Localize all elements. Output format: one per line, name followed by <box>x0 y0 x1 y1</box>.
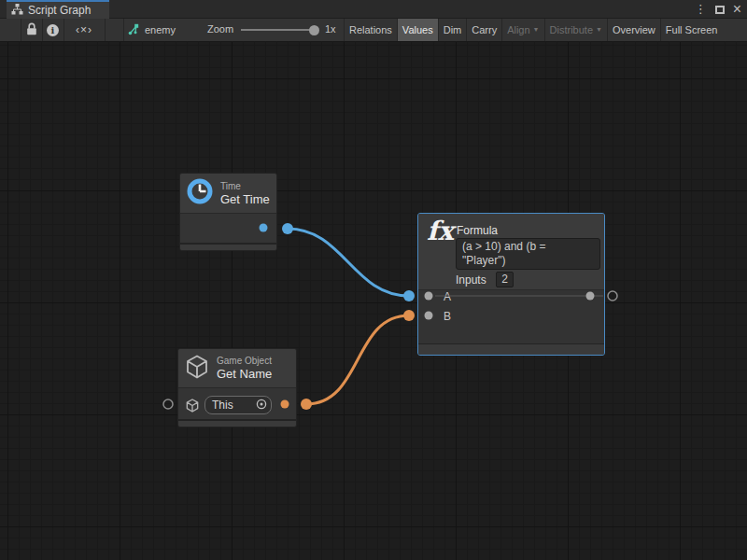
node-get-time-header: Time Get Time <box>180 174 276 214</box>
object-picker-icon[interactable] <box>256 397 267 413</box>
node-title: Get Time <box>220 192 270 207</box>
full-screen-button[interactable]: Full Screen <box>660 19 723 41</box>
node-footer <box>418 343 604 355</box>
node-get-name[interactable]: Game Object Get Name This <box>177 348 297 427</box>
game-object-cube-icon <box>184 353 210 385</box>
wire-name-to-formula-b[interactable] <box>306 315 409 404</box>
inputs-label: Inputs <box>456 273 486 287</box>
wire-endpoint-dot[interactable] <box>403 290 415 301</box>
window-menu-icon[interactable]: ⋮ <box>695 1 707 18</box>
inputs-count-field[interactable]: 2 <box>496 272 514 287</box>
overview-button[interactable]: Overview <box>607 19 660 41</box>
script-graph-icon <box>127 23 140 37</box>
port-b-label: B <box>444 310 451 323</box>
window-controls: ⋮ × <box>695 0 745 19</box>
tab-script-graph[interactable]: Script Graph <box>7 0 109 19</box>
inspect-button[interactable]: i <box>42 19 63 41</box>
node-category: Time <box>220 180 270 192</box>
distribute-dropdown: Distribute▼ <box>544 19 607 41</box>
toolbar-buttons: Relations Values Dim Carry Align▼ Distri… <box>344 19 747 41</box>
node-footer <box>178 419 296 427</box>
connections-overlay <box>0 42 747 560</box>
maximize-icon[interactable] <box>715 1 725 18</box>
formula-expression-input[interactable]: (a > 10) and (b = "Player") <box>456 238 600 270</box>
get-name-output-port[interactable] <box>281 400 289 409</box>
get-time-output-port[interactable] <box>260 224 268 232</box>
node-formula[interactable]: fx Formula (a > 10) and (b = "Player") I… <box>417 213 605 356</box>
code-icon: ‹×› <box>76 23 92 36</box>
close-icon[interactable]: × <box>733 1 741 18</box>
wire-endpoint-dot[interactable] <box>282 223 293 234</box>
wire-endpoint-dot[interactable] <box>301 399 312 410</box>
relations-button[interactable]: Relations <box>344 19 397 41</box>
align-dropdown: Align▼ <box>501 19 543 41</box>
zoom-slider-handle[interactable] <box>309 25 319 35</box>
graph-canvas[interactable]: Time Get Time Game Object Get Name <box>0 42 747 560</box>
code-preview-button[interactable]: ‹×› <box>63 19 105 41</box>
node-category: Game Object <box>217 355 272 367</box>
formula-output-terminal-empty[interactable] <box>608 291 617 301</box>
game-object-type-icon <box>185 398 200 417</box>
wire-endpoint-dot[interactable] <box>403 310 415 321</box>
port-a-label: A <box>444 290 451 303</box>
values-button[interactable]: Values <box>397 19 438 41</box>
tab-title: Script Graph <box>28 4 91 17</box>
zoom-slider-track[interactable] <box>241 29 317 31</box>
info-icon: i <box>47 24 59 36</box>
script-graph-window: Script Graph ⋮ × i ‹×› <box>0 0 747 560</box>
formula-fx-icon: fx <box>427 216 454 246</box>
graph-toolbar: i ‹×› enemy Zoom 1x Relations Values Dim <box>0 19 747 42</box>
get-name-input-terminal-empty[interactable] <box>163 399 173 409</box>
node-title: Get Name <box>217 367 272 382</box>
carry-button[interactable]: Carry <box>466 19 501 41</box>
target-object-field[interactable]: This <box>204 396 272 414</box>
zoom-label: Zoom <box>207 23 233 35</box>
zoom-value: 1x <box>325 23 336 35</box>
lock-icon <box>26 22 37 37</box>
clock-icon <box>186 177 214 209</box>
chevron-down-icon: ▼ <box>533 26 540 33</box>
wire-time-to-formula-a[interactable] <box>288 229 409 296</box>
dim-button[interactable]: Dim <box>438 19 467 41</box>
formula-input-port-b[interactable] <box>425 312 433 320</box>
node-get-name-header: Game Object Get Name <box>178 349 296 388</box>
chevron-down-icon: ▼ <box>596 26 602 33</box>
graph-name: enemy <box>145 24 176 35</box>
target-object-value: This <box>212 399 256 412</box>
formula-output-port[interactable] <box>586 292 595 301</box>
node-footer <box>180 243 276 250</box>
graph-hierarchy-icon <box>11 2 23 19</box>
graph-breadcrumb[interactable]: enemy <box>127 19 176 41</box>
node-get-time[interactable]: Time Get Time <box>179 173 277 251</box>
lock-button[interactable] <box>21 19 42 41</box>
formula-input-port-a[interactable] <box>425 292 433 301</box>
node-title: Formula <box>457 224 498 237</box>
title-bar: Script Graph ⋮ × <box>0 0 747 19</box>
